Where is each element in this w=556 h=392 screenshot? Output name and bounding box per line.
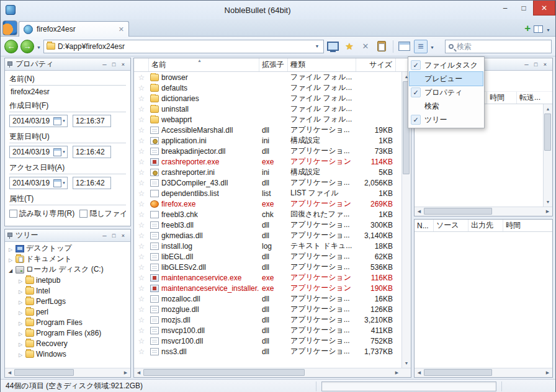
favorite-star-icon[interactable] — [134, 242, 149, 251]
panel-menu-button[interactable] — [414, 40, 428, 53]
column-header-star[interactable] — [134, 58, 149, 71]
tree-item[interactable]: Recovery — [5, 338, 130, 349]
close-folder-button[interactable] — [359, 40, 372, 53]
close-button[interactable]: ✕ — [533, 1, 555, 16]
file-list-horizontal-scrollbar[interactable]: ◀ ▶ — [134, 368, 401, 377]
file-row[interactable]: gkmedias.dll dll アプリケーショ... 3,140KB — [134, 230, 401, 241]
tree-expander-icon[interactable] — [17, 297, 24, 306]
scroll-left-icon[interactable]: ◀ — [5, 368, 14, 377]
panel-menu-item[interactable]: 検索 — [410, 99, 483, 113]
scroll-up-icon[interactable]: ▲ — [544, 104, 552, 114]
favorite-star-icon[interactable] — [134, 158, 149, 166]
panel-popout-icon[interactable]: □ — [109, 231, 119, 240]
favorite-star-icon[interactable] — [134, 347, 149, 356]
file-row[interactable]: msvcr100.dll dll アプリケーショ... 752KB — [134, 336, 401, 346]
file-row[interactable]: msvcp100.dll dll アプリケーショ... 411KB — [134, 325, 401, 336]
favorite-star-icon[interactable] — [134, 252, 149, 261]
panel-close-icon[interactable]: × — [119, 231, 128, 240]
panel-menu-item[interactable]: プレビュー — [410, 72, 483, 86]
tree-item[interactable]: ローカル ディスク (C:) — [5, 264, 130, 275]
file-row[interactable]: mozalloc.dll dll アプリケーショ... 16KB — [134, 293, 401, 304]
created-time-field[interactable]: 12:16:37 — [73, 115, 111, 127]
accessed-date-picker[interactable]: 2014/03/19 — [9, 177, 68, 189]
file-row[interactable]: firefox.exe exe アプリケーション 269KB — [134, 198, 401, 209]
checkbox-icon[interactable] — [9, 210, 17, 218]
favorite-star-icon[interactable] — [134, 337, 149, 345]
maximize-button[interactable]: □ — [514, 1, 533, 16]
scroll-right-icon[interactable]: ▶ — [392, 368, 401, 377]
back-button[interactable] — [4, 40, 18, 53]
file-row[interactable]: application.ini ini 構成設定 1KB — [134, 135, 401, 146]
file-row[interactable]: libGLESv2.dll dll アプリケーショ... 536KB — [134, 262, 401, 272]
name-value[interactable]: firefox24esr — [11, 87, 126, 96]
scroll-down-icon[interactable]: ▼ — [544, 197, 552, 207]
panel-popout-icon[interactable]: □ — [109, 60, 119, 69]
tree-expander-icon[interactable] — [17, 350, 24, 359]
hidden-checkbox[interactable]: 隠しファイル(I) — [79, 208, 126, 219]
file-row[interactable]: mozjs.dll dll アプリケーショ... 3,210KB — [134, 314, 401, 325]
tasks-horizontal-scrollbar[interactable]: ◀ ▶ — [415, 207, 552, 216]
favorite-star-icon[interactable] — [134, 136, 149, 145]
app-logo-icon[interactable] — [2, 20, 17, 35]
favorite-star-icon[interactable] — [134, 179, 149, 187]
tab-list-dropdown-icon[interactable] — [546, 25, 550, 33]
column-header[interactable]: ソース — [433, 220, 468, 231]
file-row[interactable]: dependentlibs.list list LIST ファイル 1KB — [134, 188, 401, 198]
scrollbar-thumb[interactable] — [143, 369, 305, 376]
panel-close-icon[interactable]: × — [119, 60, 128, 69]
favorite-star-icon[interactable] — [134, 168, 149, 177]
file-row[interactable]: maintenanceservice_installer... exe アプリケ… — [134, 283, 401, 293]
tree-expander-icon[interactable] — [7, 244, 14, 253]
file-row[interactable]: defaults ファイル フォル... — [134, 82, 401, 93]
favorite-star-icon[interactable] — [134, 84, 149, 92]
column-header[interactable]: 時間 — [486, 92, 516, 104]
file-row[interactable]: install.log log テキスト ドキュ... 18KB — [134, 241, 401, 251]
scroll-left-icon[interactable]: ◀ — [415, 368, 424, 377]
scroll-right-icon[interactable]: ▶ — [543, 368, 552, 377]
column-header-size[interactable]: サイズ — [356, 58, 396, 71]
scroll-down-icon[interactable]: ▼ — [402, 359, 411, 368]
tree-item[interactable]: inetpub — [5, 275, 130, 285]
favorite-star-icon[interactable] — [134, 73, 149, 82]
tree-item[interactable]: Windows — [5, 349, 130, 359]
updated-time-field[interactable]: 12:16:42 — [73, 146, 111, 158]
scroll-right-icon[interactable]: ▶ — [121, 368, 130, 377]
panel-popout-icon[interactable]: □ — [531, 60, 540, 69]
tree-expander-icon[interactable] — [17, 287, 24, 295]
created-date-picker[interactable]: 2014/03/19 — [9, 115, 68, 127]
scroll-right-icon[interactable]: ▶ — [543, 207, 552, 216]
address-input[interactable] — [58, 42, 310, 51]
tree-expander-icon[interactable] — [17, 329, 24, 337]
tree-expander-icon[interactable] — [7, 255, 14, 264]
queue-horizontal-scrollbar[interactable]: ◀ ▶ — [415, 368, 552, 377]
panel-menu-item[interactable]: ファイルタスク — [410, 58, 483, 72]
scrollbar-thumb[interactable] — [544, 114, 551, 151]
tree-expander-icon[interactable] — [17, 308, 24, 316]
file-row[interactable]: D3DCompiler_43.dll dll アプリケーショ... 2,056K… — [134, 177, 401, 188]
address-dropdown-icon[interactable] — [312, 44, 322, 48]
search-input[interactable] — [457, 42, 553, 51]
favorite-star-icon[interactable] — [134, 231, 149, 240]
file-row[interactable]: dictionaries ファイル フォル... — [134, 93, 401, 104]
panel-menu-item[interactable]: ツリー — [410, 113, 483, 127]
file-row[interactable]: uninstall ファイル フォル... — [134, 104, 401, 114]
tree-item[interactable]: ドキュメント — [5, 254, 130, 264]
scrollbar-thumb[interactable] — [424, 208, 492, 215]
paste-button[interactable] — [375, 40, 388, 53]
scrollbar-thumb[interactable] — [424, 369, 492, 376]
new-tab-button[interactable] — [524, 24, 531, 33]
address-bar[interactable] — [43, 40, 324, 53]
file-row[interactable]: browser ファイル フォル... — [134, 72, 401, 82]
favorite-star-icon[interactable] — [134, 210, 149, 219]
file-row[interactable]: webapprt ファイル フォル... — [134, 114, 401, 125]
favorite-star-icon[interactable] — [134, 115, 149, 124]
panel-float-icon[interactable]: ─ — [522, 60, 531, 69]
tree-horizontal-scrollbar[interactable]: ◀ ▶ — [5, 368, 130, 377]
file-row[interactable]: libEGL.dll dll アプリケーショ... 62KB — [134, 251, 401, 262]
tree-item[interactable]: perl — [5, 306, 130, 317]
tree-item[interactable]: Program Files — [5, 317, 130, 327]
tab-close-icon[interactable]: ✕ — [119, 25, 124, 33]
tree-item[interactable]: PerfLogs — [5, 296, 130, 306]
favorite-star-icon[interactable] — [134, 295, 149, 303]
favorite-star-icon[interactable] — [134, 189, 149, 198]
